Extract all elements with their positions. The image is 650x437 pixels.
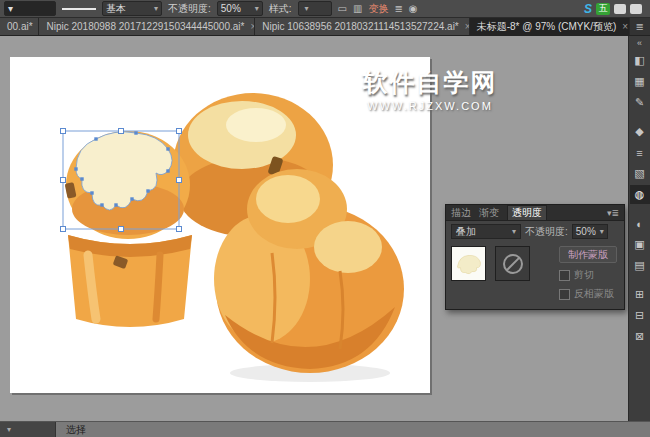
- invert-mask-checkbox-row[interactable]: 反相蒙版: [559, 287, 617, 301]
- caret-icon: ▾: [8, 3, 13, 14]
- brush-definition-dropdown[interactable]: 基本 ▾: [102, 1, 162, 16]
- caret-icon: ▾: [512, 227, 516, 236]
- tab-menu-icon[interactable]: ≣: [630, 18, 650, 35]
- appearance-panel-icon[interactable]: ◐: [630, 214, 650, 233]
- invert-mask-checkbox[interactable]: [559, 289, 570, 300]
- status-bar: ▾ 选择: [0, 421, 650, 437]
- panel-controls-row: 叠加 ▾ 不透明度: 50% ▾: [446, 221, 624, 242]
- brush-definition-value: 基本: [106, 2, 126, 16]
- artboards-panel-icon[interactable]: ⊞: [630, 285, 650, 304]
- options-icon[interactable]: ◉: [409, 3, 418, 14]
- close-icon[interactable]: ×: [622, 21, 628, 32]
- ime-toolbar: S 五: [584, 2, 646, 16]
- no-mask-icon: [503, 254, 523, 274]
- caret-icon: ▾: [255, 4, 259, 13]
- expand-panels-icon[interactable]: «: [637, 38, 642, 49]
- ime-wubi-icon[interactable]: 五: [596, 3, 610, 15]
- illustrator-window: ▾ 基本 ▾ 不透明度: 50% ▾ 样式: ▾ ▭ ▥ 变换 ≣ ◉ S 五 …: [0, 0, 650, 437]
- variable-width-profile-dropdown[interactable]: ▾: [4, 1, 56, 16]
- swatches-panel-icon[interactable]: ▦: [630, 72, 650, 91]
- canvas-area[interactable]: 软件自学网 WWW.RJZXW.COM 描边 渐变 透明度 ▾≣ 叠加 ▾ 不透…: [0, 36, 628, 421]
- panel-dock-strip: « ◧ ▦ ✎ ◆ ≡ ▧ ◍ ◐ ▣ ▤ ⊞ ⊟ ⊠: [628, 36, 650, 421]
- ime-logo-icon[interactable]: S: [584, 2, 592, 16]
- current-tool-label: 选择: [66, 423, 86, 437]
- make-mask-button[interactable]: 制作蒙版: [559, 246, 617, 263]
- document-setup-icon[interactable]: ▭: [338, 3, 347, 14]
- tab-label: Nipic 20180988 20171229150344445000.ai*: [46, 21, 244, 32]
- ime-keyboard-icon[interactable]: [614, 4, 626, 14]
- color-panel-icon[interactable]: ◧: [630, 51, 650, 70]
- tab-transparency[interactable]: 透明度: [507, 205, 547, 220]
- opacity-label: 不透明度:: [168, 2, 211, 16]
- clip-checkbox-row[interactable]: 剪切: [559, 268, 617, 282]
- document-tab[interactable]: Nipic 10638956 20180321114513527224.ai* …: [255, 18, 469, 35]
- style-label: 样式:: [269, 2, 292, 16]
- artboard[interactable]: [10, 57, 430, 393]
- transform-link[interactable]: 变换: [368, 2, 388, 16]
- transparency-panel: 描边 渐变 透明度 ▾≣ 叠加 ▾ 不透明度: 50% ▾: [445, 204, 625, 310]
- panel-opacity-dropdown[interactable]: 50% ▾: [572, 224, 608, 239]
- document-tab-bar: 00.ai* Nipic 20180988 201712291503444450…: [0, 18, 650, 36]
- caret-icon: ▾: [154, 4, 158, 13]
- blend-mode-dropdown[interactable]: 叠加 ▾: [451, 224, 521, 239]
- zoom-dropdown[interactable]: ▾: [0, 422, 56, 437]
- transparency-panel-icon[interactable]: ◍: [630, 185, 650, 204]
- layers-panel-icon[interactable]: ▤: [630, 256, 650, 275]
- panel-menu-icon[interactable]: ▾≣: [607, 208, 619, 218]
- graphic-styles-panel-icon[interactable]: ▣: [630, 235, 650, 254]
- tab-label: 00.ai*: [7, 21, 33, 32]
- tab-gradient[interactable]: 渐变: [479, 206, 499, 220]
- pathfinder-panel-icon[interactable]: ⊠: [630, 327, 650, 346]
- stroke-panel-icon[interactable]: ≡: [630, 143, 650, 162]
- tab-label: Nipic 10638956 20180321114513527224.ai*: [262, 21, 458, 32]
- ime-settings-icon[interactable]: [630, 4, 642, 14]
- panel-body: 制作蒙版 剪切 反相蒙版: [446, 242, 624, 309]
- object-thumbnail-art: [452, 247, 485, 280]
- caret-icon: ▾: [305, 4, 309, 13]
- panel-opacity-label: 不透明度:: [525, 225, 568, 239]
- caret-icon: ▾: [7, 425, 11, 434]
- invert-mask-label: 反相蒙版: [574, 287, 614, 301]
- blend-mode-value: 叠加: [456, 225, 476, 239]
- control-bar: ▾ 基本 ▾ 不透明度: 50% ▾ 样式: ▾ ▭ ▥ 变换 ≣ ◉ S 五: [0, 0, 650, 18]
- tab-stroke[interactable]: 描边: [451, 206, 471, 220]
- brushes-panel-icon[interactable]: ✎: [630, 93, 650, 112]
- artwork-svg: [10, 57, 430, 393]
- align-panel-icon[interactable]: ≣: [394, 3, 402, 14]
- clip-checkbox[interactable]: [559, 270, 570, 281]
- document-tab[interactable]: Nipic 20180988 20171229150344445000.ai* …: [39, 18, 255, 35]
- align-panel-icon[interactable]: ⊟: [630, 306, 650, 325]
- preferences-icon[interactable]: ▥: [353, 3, 362, 14]
- panel-opacity-value: 50%: [576, 226, 596, 237]
- tab-label: 未标题-8* @ 97% (CMYK/预览): [477, 20, 617, 34]
- panel-header: 描边 渐变 透明度 ▾≣: [446, 205, 624, 221]
- symbols-panel-icon[interactable]: ◆: [630, 122, 650, 141]
- object-thumbnail[interactable]: [451, 246, 486, 281]
- gradient-panel-icon[interactable]: ▧: [630, 164, 650, 183]
- caret-icon: ▾: [600, 227, 604, 236]
- stroke-preview-line: [62, 8, 96, 10]
- document-tab-active[interactable]: 未标题-8* @ 97% (CMYK/预览) ×: [470, 18, 630, 35]
- panel-right-column: 制作蒙版 剪切 反相蒙版: [559, 246, 619, 301]
- document-tab[interactable]: 00.ai*: [0, 18, 39, 35]
- opacity-dropdown[interactable]: 50% ▾: [217, 1, 263, 16]
- style-dropdown[interactable]: ▾: [298, 1, 332, 16]
- clip-label: 剪切: [574, 268, 594, 282]
- mask-thumbnail[interactable]: [495, 246, 530, 281]
- opacity-value: 50%: [221, 3, 241, 14]
